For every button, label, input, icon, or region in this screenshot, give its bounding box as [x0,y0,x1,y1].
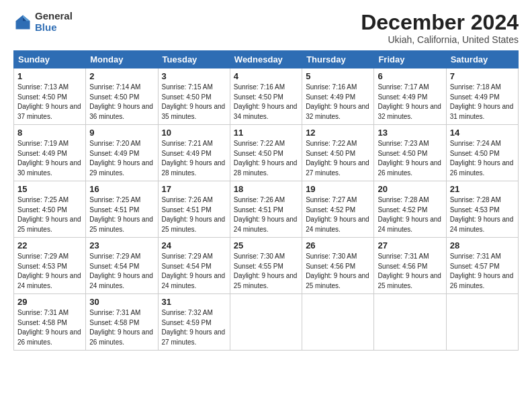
table-row [302,294,374,351]
day-number: 31 [162,297,226,307]
table-row: 20Sunrise: 7:28 AM Sunset: 4:52 PM Dayli… [374,181,446,238]
table-row: 22Sunrise: 7:29 AM Sunset: 4:53 PM Dayli… [14,238,86,294]
day-info: Sunrise: 7:14 AM Sunset: 4:50 PM Dayligh… [89,83,154,122]
table-row: 12Sunrise: 7:22 AM Sunset: 4:50 PM Dayli… [302,125,374,181]
title-block: December 2024 Ukiah, California, United … [361,11,519,45]
day-info: Sunrise: 7:26 AM Sunset: 4:51 PM Dayligh… [234,195,298,234]
day-info: Sunrise: 7:22 AM Sunset: 4:50 PM Dayligh… [306,139,370,178]
day-info: Sunrise: 7:25 AM Sunset: 4:51 PM Dayligh… [89,195,154,234]
day-number: 9 [89,128,154,138]
day-info: Sunrise: 7:24 AM Sunset: 4:50 PM Dayligh… [450,139,515,178]
day-info: Sunrise: 7:20 AM Sunset: 4:49 PM Dayligh… [89,139,154,178]
table-row: 5Sunrise: 7:16 AM Sunset: 4:49 PM Daylig… [302,68,374,125]
day-number: 5 [306,71,370,81]
table-row: 1Sunrise: 7:13 AM Sunset: 4:50 PM Daylig… [14,68,86,125]
table-row: 7Sunrise: 7:18 AM Sunset: 4:49 PM Daylig… [446,68,518,125]
calendar-week-row: 29Sunrise: 7:31 AM Sunset: 4:58 PM Dayli… [14,294,519,351]
calendar-week-row: 22Sunrise: 7:29 AM Sunset: 4:53 PM Dayli… [14,238,519,294]
header: General Blue December 2024 Ukiah, Califo… [13,11,519,45]
day-number: 6 [378,71,442,81]
day-number: 20 [378,184,442,194]
header-thursday: Thursday [302,51,374,68]
header-saturday: Saturday [446,51,518,68]
day-number: 19 [306,184,370,194]
day-info: Sunrise: 7:29 AM Sunset: 4:53 PM Dayligh… [17,252,82,291]
day-info: Sunrise: 7:29 AM Sunset: 4:54 PM Dayligh… [89,252,154,291]
day-info: Sunrise: 7:28 AM Sunset: 4:53 PM Dayligh… [450,195,515,234]
day-number: 30 [89,297,154,307]
day-number: 23 [89,240,154,250]
day-number: 1 [17,71,82,81]
table-row: 30Sunrise: 7:31 AM Sunset: 4:58 PM Dayli… [86,294,158,351]
logo-icon [13,13,32,32]
table-row: 24Sunrise: 7:29 AM Sunset: 4:54 PM Dayli… [158,238,230,294]
day-number: 11 [234,128,298,138]
day-info: Sunrise: 7:31 AM Sunset: 4:56 PM Dayligh… [378,252,442,291]
table-row: 2Sunrise: 7:14 AM Sunset: 4:50 PM Daylig… [86,68,158,125]
day-number: 26 [306,240,370,250]
day-number: 25 [234,240,298,250]
day-number: 12 [306,128,370,138]
table-row: 26Sunrise: 7:30 AM Sunset: 4:56 PM Dayli… [302,238,374,294]
day-number: 13 [378,128,442,138]
logo-blue-text: Blue [35,22,73,34]
table-row: 31Sunrise: 7:32 AM Sunset: 4:59 PM Dayli… [158,294,230,351]
day-info: Sunrise: 7:15 AM Sunset: 4:50 PM Dayligh… [162,83,226,122]
day-info: Sunrise: 7:31 AM Sunset: 4:57 PM Dayligh… [450,252,515,291]
day-info: Sunrise: 7:30 AM Sunset: 4:55 PM Dayligh… [234,252,298,291]
table-row: 14Sunrise: 7:24 AM Sunset: 4:50 PM Dayli… [446,125,518,181]
day-info: Sunrise: 7:13 AM Sunset: 4:50 PM Dayligh… [17,83,82,122]
day-number: 28 [450,240,515,250]
header-monday: Monday [86,51,158,68]
table-row: 21Sunrise: 7:28 AM Sunset: 4:53 PM Dayli… [446,181,518,238]
calendar-header-row: Sunday Monday Tuesday Wednesday Thursday… [14,51,519,68]
day-number: 24 [162,240,226,250]
day-number: 10 [162,128,226,138]
table-row: 19Sunrise: 7:27 AM Sunset: 4:52 PM Dayli… [302,181,374,238]
table-row: 9Sunrise: 7:20 AM Sunset: 4:49 PM Daylig… [86,125,158,181]
day-info: Sunrise: 7:27 AM Sunset: 4:52 PM Dayligh… [306,195,370,234]
day-info: Sunrise: 7:26 AM Sunset: 4:51 PM Dayligh… [162,195,226,234]
table-row: 11Sunrise: 7:22 AM Sunset: 4:50 PM Dayli… [230,125,302,181]
table-row: 23Sunrise: 7:29 AM Sunset: 4:54 PM Dayli… [86,238,158,294]
table-row: 8Sunrise: 7:19 AM Sunset: 4:49 PM Daylig… [14,125,86,181]
day-number: 7 [450,71,515,81]
calendar-week-row: 1Sunrise: 7:13 AM Sunset: 4:50 PM Daylig… [14,68,519,125]
table-row: 27Sunrise: 7:31 AM Sunset: 4:56 PM Dayli… [374,238,446,294]
day-info: Sunrise: 7:29 AM Sunset: 4:54 PM Dayligh… [162,252,226,291]
day-number: 22 [17,240,82,250]
table-row: 29Sunrise: 7:31 AM Sunset: 4:58 PM Dayli… [14,294,86,351]
day-number: 14 [450,128,515,138]
day-info: Sunrise: 7:23 AM Sunset: 4:50 PM Dayligh… [378,139,442,178]
day-info: Sunrise: 7:31 AM Sunset: 4:58 PM Dayligh… [89,308,154,347]
day-info: Sunrise: 7:22 AM Sunset: 4:50 PM Dayligh… [234,139,298,178]
day-info: Sunrise: 7:32 AM Sunset: 4:59 PM Dayligh… [162,308,226,347]
day-number: 27 [378,240,442,250]
day-number: 16 [89,184,154,194]
main-title: December 2024 [361,11,519,34]
header-sunday: Sunday [14,51,86,68]
logo-general-text: General [35,11,73,22]
table-row [374,294,446,351]
page: General Blue December 2024 Ukiah, Califo… [0,0,532,357]
table-row: 25Sunrise: 7:30 AM Sunset: 4:55 PM Dayli… [230,238,302,294]
table-row: 15Sunrise: 7:25 AM Sunset: 4:50 PM Dayli… [14,181,86,238]
day-info: Sunrise: 7:16 AM Sunset: 4:49 PM Dayligh… [306,83,370,122]
day-info: Sunrise: 7:19 AM Sunset: 4:49 PM Dayligh… [17,139,82,178]
logo-text: General Blue [35,11,73,33]
calendar-week-row: 15Sunrise: 7:25 AM Sunset: 4:50 PM Dayli… [14,181,519,238]
day-number: 17 [162,184,226,194]
header-tuesday: Tuesday [158,51,230,68]
table-row: 10Sunrise: 7:21 AM Sunset: 4:49 PM Dayli… [158,125,230,181]
day-info: Sunrise: 7:30 AM Sunset: 4:56 PM Dayligh… [306,252,370,291]
day-info: Sunrise: 7:21 AM Sunset: 4:49 PM Dayligh… [162,139,226,178]
calendar-table: Sunday Monday Tuesday Wednesday Thursday… [13,50,519,351]
day-number: 18 [234,184,298,194]
header-friday: Friday [374,51,446,68]
day-info: Sunrise: 7:17 AM Sunset: 4:49 PM Dayligh… [378,83,442,122]
day-number: 3 [162,71,226,81]
table-row [446,294,518,351]
day-number: 4 [234,71,298,81]
day-number: 8 [17,128,82,138]
table-row: 6Sunrise: 7:17 AM Sunset: 4:49 PM Daylig… [374,68,446,125]
